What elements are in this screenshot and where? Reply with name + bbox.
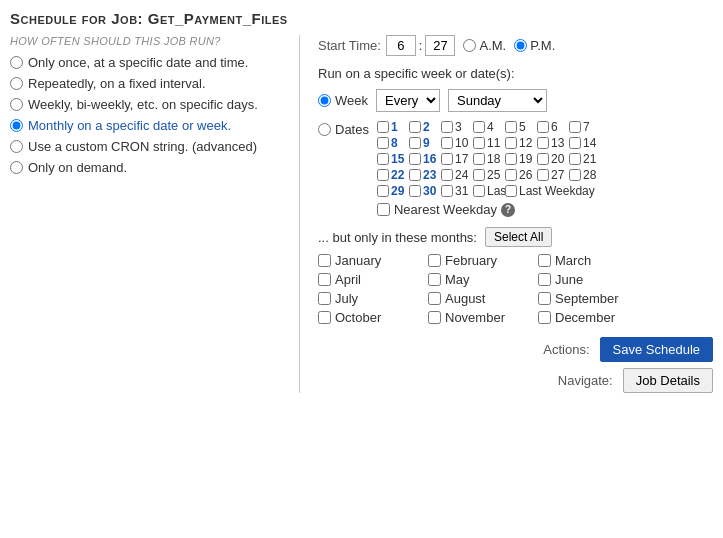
cb-31[interactable] [441,185,453,197]
date-last-weekday[interactable]: Last Weekday [505,184,595,198]
month-november[interactable]: November [428,310,538,325]
option-demand[interactable]: Only on demand. [10,160,289,175]
pm-label-wrap[interactable]: P.M. [514,38,555,53]
cb-5[interactable] [505,121,517,133]
cb-14[interactable] [569,137,581,149]
date-30[interactable]: 30 [409,184,441,198]
date-18[interactable]: 18 [473,152,505,166]
month-april[interactable]: April [318,272,428,287]
month-october[interactable]: October [318,310,428,325]
date-28[interactable]: 28 [569,168,601,182]
cb-december[interactable] [538,311,551,324]
date-12[interactable]: 12 [505,136,537,150]
dates-radio[interactable] [318,123,331,136]
month-march[interactable]: March [538,253,658,268]
option-cron[interactable]: Use a custom CRON string. (advanced) [10,139,289,154]
date-26[interactable]: 26 [505,168,537,182]
date-10[interactable]: 10 [441,136,473,150]
cb-7[interactable] [569,121,581,133]
date-24[interactable]: 24 [441,168,473,182]
cb-19[interactable] [505,153,517,165]
month-june[interactable]: June [538,272,658,287]
cb-last[interactable] [473,185,485,197]
date-1[interactable]: 1 [377,120,409,134]
cb-3[interactable] [441,121,453,133]
date-13[interactable]: 13 [537,136,569,150]
month-may[interactable]: May [428,272,538,287]
save-schedule-button[interactable]: Save Schedule [600,337,713,362]
cb-13[interactable] [537,137,549,149]
am-radio[interactable] [463,39,476,52]
cb-23[interactable] [409,169,421,181]
pm-radio[interactable] [514,39,527,52]
date-29[interactable]: 29 [377,184,409,198]
date-3[interactable]: 3 [441,120,473,134]
date-4[interactable]: 4 [473,120,505,134]
cb-21[interactable] [569,153,581,165]
date-21[interactable]: 21 [569,152,601,166]
option-monthly[interactable]: Monthly on a specific date or week. [10,118,289,133]
date-9[interactable]: 9 [409,136,441,150]
cb-2[interactable] [409,121,421,133]
week-radio[interactable] [318,94,331,107]
date-11[interactable]: 11 [473,136,505,150]
cb-12[interactable] [505,137,517,149]
every-select[interactable]: Every 1st 2nd 3rd 4th Last [376,89,440,112]
month-august[interactable]: August [428,291,538,306]
cb-june[interactable] [538,273,551,286]
date-6[interactable]: 6 [537,120,569,134]
cb-october[interactable] [318,311,331,324]
minute-input[interactable] [425,35,455,56]
date-27[interactable]: 27 [537,168,569,182]
job-details-button[interactable]: Job Details [623,368,713,393]
cb-september[interactable] [538,292,551,305]
help-icon[interactable]: ? [501,203,515,217]
date-20[interactable]: 20 [537,152,569,166]
date-22[interactable]: 22 [377,168,409,182]
cb-february[interactable] [428,254,441,267]
am-label-wrap[interactable]: A.M. [463,38,506,53]
cb-29[interactable] [377,185,389,197]
date-7[interactable]: 7 [569,120,601,134]
date-16[interactable]: 16 [409,152,441,166]
date-8[interactable]: 8 [377,136,409,150]
cb-27[interactable] [537,169,549,181]
hour-input[interactable] [386,35,416,56]
date-last[interactable]: Last [473,184,505,198]
date-25[interactable]: 25 [473,168,505,182]
cb-november[interactable] [428,311,441,324]
cb-10[interactable] [441,137,453,149]
nearest-weekday-cb[interactable] [377,203,390,216]
option-repeatedly[interactable]: Repeatedly, on a fixed interval. [10,76,289,91]
cb-january[interactable] [318,254,331,267]
cb-24[interactable] [441,169,453,181]
date-14[interactable]: 14 [569,136,601,150]
cb-july[interactable] [318,292,331,305]
date-5[interactable]: 5 [505,120,537,134]
cb-20[interactable] [537,153,549,165]
option-weekly[interactable]: Weekly, bi-weekly, etc. on specific days… [10,97,289,112]
option-once[interactable]: Only once, at a specific date and time. [10,55,289,70]
cb-18[interactable] [473,153,485,165]
cb-30[interactable] [409,185,421,197]
month-february[interactable]: February [428,253,538,268]
cb-25[interactable] [473,169,485,181]
radio-once[interactable] [10,56,23,69]
month-december[interactable]: December [538,310,658,325]
cb-11[interactable] [473,137,485,149]
date-23[interactable]: 23 [409,168,441,182]
cb-9[interactable] [409,137,421,149]
cb-16[interactable] [409,153,421,165]
week-radio-wrap[interactable]: Week [318,93,368,108]
cb-17[interactable] [441,153,453,165]
cb-april[interactable] [318,273,331,286]
date-19[interactable]: 19 [505,152,537,166]
cb-22[interactable] [377,169,389,181]
month-september[interactable]: September [538,291,658,306]
date-17[interactable]: 17 [441,152,473,166]
radio-repeatedly[interactable] [10,77,23,90]
cb-1[interactable] [377,121,389,133]
cb-6[interactable] [537,121,549,133]
radio-weekly[interactable] [10,98,23,111]
day-select[interactable]: Sunday Monday Tuesday Wednesday Thursday… [448,89,547,112]
